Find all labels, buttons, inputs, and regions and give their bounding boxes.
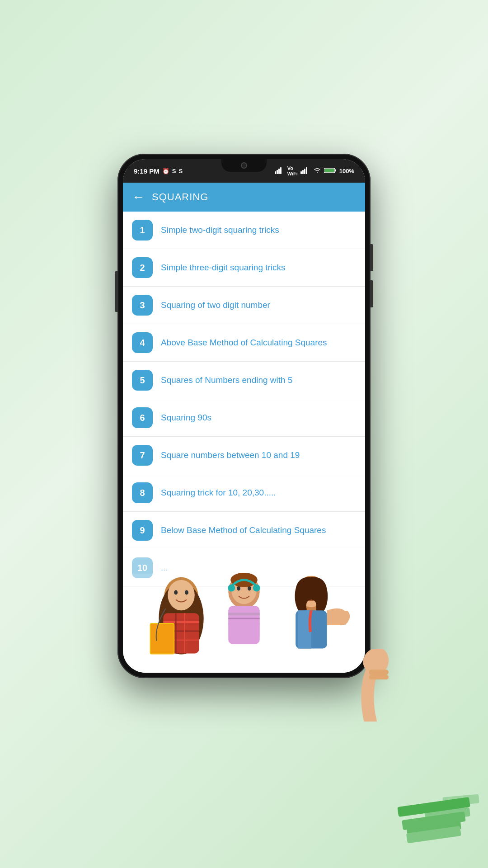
item-label-4: Above Base Method of Calculating Squares	[161, 338, 327, 348]
signal-icon	[275, 167, 285, 175]
list-item[interactable]: 9 Below Base Method of Calculating Squar…	[123, 512, 365, 549]
svg-rect-1	[277, 170, 278, 174]
power-button	[115, 271, 117, 312]
item-number-3: 3	[132, 295, 153, 316]
svg-point-28	[248, 586, 251, 591]
item-label-6: Squaring 90s	[161, 413, 211, 423]
svg-point-39	[315, 588, 319, 593]
thumbs-up-decoration	[352, 649, 407, 723]
list-item[interactable]: 2 Simple three-digit squaring tricks	[123, 249, 365, 287]
phone-frame: 9:19 PM ⏰ S S VoWiFi	[117, 154, 371, 678]
item-number-5: 5	[132, 370, 153, 391]
svg-rect-7	[306, 167, 307, 174]
svg-rect-40	[296, 610, 327, 648]
svg-rect-0	[275, 171, 276, 174]
svg-rect-23	[150, 623, 175, 654]
item-label-3: Squaring of two digit number	[161, 300, 270, 310]
battery-icon	[324, 167, 337, 175]
item-label-2: Simple three-digit squaring tricks	[161, 263, 286, 273]
app-title: SQUARING	[152, 191, 208, 203]
svg-rect-17	[163, 613, 199, 653]
list-item[interactable]: 5 Squares of Numbers ending with 5	[123, 362, 365, 399]
svg-rect-3	[280, 167, 282, 174]
item-number-8: 8	[132, 482, 153, 503]
wifi-icon	[313, 167, 321, 175]
svg-rect-41	[298, 610, 311, 648]
svg-rect-44	[338, 622, 346, 625]
item-number-6: 6	[132, 407, 153, 428]
svg-rect-24	[151, 624, 174, 654]
item-number-4: 4	[132, 332, 153, 353]
svg-rect-11	[123, 574, 365, 672]
item-label-9: Below Base Method of Calculating Squares	[161, 525, 326, 535]
time-display: 9:19 PM	[134, 167, 160, 175]
svg-rect-10	[324, 169, 334, 172]
svg-rect-47	[369, 675, 389, 679]
list-item[interactable]: 6 Squaring 90s	[123, 399, 365, 437]
list-item[interactable]: 1 Simple two-digit squaring tricks	[123, 212, 365, 249]
svg-point-15	[174, 590, 178, 595]
list-item[interactable]: 8 Squaring trick for 10, 20,30.....	[123, 474, 365, 512]
item-number-7: 7	[132, 445, 153, 466]
sim2-icon: S	[178, 168, 183, 175]
sim-icon: S	[172, 168, 176, 175]
item-number-2: 2	[132, 257, 153, 278]
app-bar: ← SQUARING	[123, 183, 365, 212]
svg-point-27	[237, 586, 240, 591]
svg-rect-4	[300, 171, 302, 174]
svg-rect-30	[228, 606, 259, 644]
item-number-10: 10	[132, 557, 153, 578]
squaring-topics-list: 1 Simple two-digit squaring tricks 2 Sim…	[123, 212, 365, 673]
svg-rect-46	[369, 670, 389, 675]
svg-point-38	[304, 588, 308, 593]
list-item[interactable]: 3 Squaring of two digit number	[123, 287, 365, 324]
volume-down-button	[371, 280, 373, 307]
battery-percent: 100%	[339, 168, 354, 175]
svg-rect-2	[278, 169, 280, 174]
item-number-1: 1	[132, 220, 153, 241]
green-strips-decoration	[398, 802, 470, 841]
alarm-icon: ⏰	[162, 168, 169, 175]
svg-rect-9	[335, 169, 336, 171]
svg-point-42	[343, 611, 350, 622]
item-label-8: Squaring trick for 10, 20,30.....	[161, 488, 276, 498]
svg-rect-5	[302, 170, 304, 174]
wifi-label: VoWiFi	[287, 165, 298, 176]
students-image-overlay	[123, 573, 365, 673]
item-label-7: Square numbers between 10 and 19	[161, 450, 300, 460]
item-number-9: 9	[132, 520, 153, 541]
svg-point-13	[159, 583, 203, 655]
svg-point-16	[185, 590, 188, 595]
back-button[interactable]: ←	[132, 190, 145, 204]
item-label-1: Simple two-digit squaring tricks	[161, 225, 279, 235]
list-item[interactable]: 10 ...	[123, 549, 365, 587]
svg-rect-43	[338, 618, 347, 622]
item-label-10: ...	[161, 563, 168, 573]
list-item[interactable]: 4 Above Base Method of Calculating Squar…	[123, 324, 365, 362]
svg-rect-6	[304, 169, 305, 174]
camera-notch	[221, 159, 267, 172]
list-item[interactable]: 7 Square numbers between 10 and 19	[123, 437, 365, 474]
volume-up-button	[371, 244, 373, 271]
item-label-5: Squares of Numbers ending with 5	[161, 375, 293, 385]
wifi-signal-icon	[300, 167, 310, 175]
